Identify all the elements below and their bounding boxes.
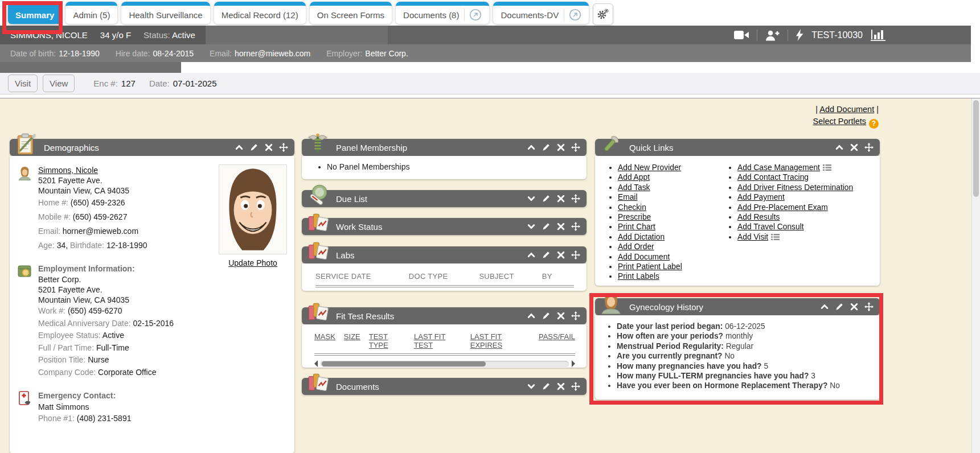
quick-link[interactable]: Print Patient Label (618, 262, 682, 271)
open-in-new-window-icon[interactable] (464, 9, 482, 21)
add-document-link[interactable]: Add Document (819, 105, 874, 114)
list-menu-icon[interactable] (823, 163, 831, 170)
move-icon[interactable] (571, 311, 580, 320)
quick-link[interactable]: Add New Provider (618, 163, 681, 172)
scrollbar-track[interactable] (321, 361, 569, 367)
tab-on-screen-forms[interactable]: On Screen Forms (310, 2, 392, 24)
close-icon[interactable] (556, 222, 565, 231)
close-icon[interactable] (556, 311, 565, 320)
add-person-icon[interactable] (765, 30, 780, 41)
close-icon[interactable] (850, 302, 859, 311)
close-icon[interactable] (264, 143, 273, 152)
fit-col-test-type[interactable]: TEST TYPE (369, 332, 405, 349)
caduceus-icon (306, 132, 330, 156)
full-part-time: Full / Part Time: Full-Time (38, 342, 294, 355)
close-icon[interactable] (850, 143, 859, 152)
expand-icon[interactable] (527, 382, 536, 391)
move-icon[interactable] (571, 250, 580, 260)
company-code: Company Code: Corporate Office (38, 366, 294, 379)
move-icon[interactable] (864, 143, 874, 152)
move-icon[interactable] (864, 302, 874, 311)
edit-icon[interactable] (542, 143, 551, 152)
quick-link[interactable]: Add Results (737, 213, 780, 221)
edit-icon[interactable] (835, 302, 844, 311)
quick-link[interactable]: Add Task (618, 183, 650, 192)
portlet-panel-membership: Panel Membership No Panel Memberships (302, 139, 587, 179)
vertical-scrollbar-thumb[interactable] (973, 100, 979, 197)
enc-date-value: 07-01-2025 (173, 79, 217, 88)
quick-link[interactable]: Add Document (618, 253, 670, 261)
fit-test-body: MASK SIZE TEST TYPE LAST FIT TEST LAST F… (302, 324, 587, 368)
tab-documents-dv[interactable]: Documents-DV (493, 2, 589, 24)
tab-medical-record[interactable]: Medical Record (12) (214, 2, 306, 24)
tab-health-surveillance[interactable]: Health Surveillance (121, 2, 210, 24)
divider (757, 30, 757, 41)
vertical-scrollbar[interactable] (971, 98, 980, 453)
close-icon[interactable] (556, 194, 565, 203)
collapse-icon[interactable] (527, 311, 536, 320)
expand-icon[interactable] (527, 194, 536, 203)
quick-link[interactable]: Add Order (618, 242, 654, 251)
edit-icon[interactable] (542, 250, 551, 260)
fit-col-last-fit-expires[interactable]: LAST FIT EXPIRES (470, 332, 530, 349)
expand-icon[interactable] (527, 222, 536, 231)
help-icon[interactable]: ? (869, 119, 879, 129)
move-icon[interactable] (571, 143, 580, 152)
close-icon[interactable] (556, 250, 565, 260)
fit-col-mask[interactable]: MASK (314, 332, 335, 349)
fit-col-size[interactable]: SIZE (344, 332, 360, 349)
update-photo-link[interactable]: Update Photo (228, 258, 277, 267)
close-icon[interactable] (556, 382, 565, 391)
visit-button[interactable]: Visit (8, 75, 38, 92)
edit-icon[interactable] (542, 382, 551, 391)
tab-summary[interactable]: Summary (8, 2, 61, 24)
edit-icon[interactable] (542, 194, 551, 203)
move-icon[interactable] (571, 382, 580, 391)
edit-icon[interactable] (542, 311, 551, 320)
quick-link[interactable]: Print Labels (618, 272, 659, 281)
quick-link[interactable]: Add Pre-Placement Exam (737, 203, 828, 212)
collapse-icon[interactable] (820, 302, 829, 311)
tab-settings-button[interactable] (593, 3, 613, 25)
select-portlets-link[interactable]: Select Portlets (813, 117, 867, 126)
list-menu-icon[interactable] (771, 233, 780, 239)
edit-icon[interactable] (542, 222, 551, 231)
quick-link[interactable]: Add Case Management (737, 163, 820, 172)
close-icon[interactable] (556, 143, 565, 152)
quick-link[interactable]: Add Driver Fitness Determination (737, 183, 853, 192)
scrollbar-thumb[interactable] (322, 361, 486, 366)
edit-icon[interactable] (249, 143, 259, 152)
collapse-icon[interactable] (527, 143, 536, 152)
quick-link[interactable]: Add Visit (737, 233, 768, 241)
quick-action-bolt-icon[interactable] (796, 29, 803, 41)
portlet-labs: Labs SERVICE DATE DOC TYPE SUBJECT BY (302, 246, 587, 291)
flowsheet-chart-icon[interactable] (871, 30, 885, 41)
quick-link[interactable]: Add Appt (618, 173, 650, 182)
patient-name-segment: SIMMONS, NICOLE 34 y/o F Status: Active (0, 26, 206, 44)
medical-anniversary: Medical Anniversary Date: 02-15-2016 (38, 318, 294, 330)
quick-link[interactable]: Checkin (618, 203, 646, 212)
move-icon[interactable] (279, 143, 288, 152)
tab-documents[interactable]: Documents (8) (396, 2, 489, 24)
scroll-left-arrow[interactable] (314, 360, 318, 367)
quick-link[interactable]: Email (618, 193, 638, 201)
quick-link[interactable]: Prescribe (618, 213, 651, 221)
open-in-new-window-icon[interactable] (564, 9, 581, 21)
collapse-icon[interactable] (527, 250, 536, 260)
quick-link[interactable]: Print Chart (618, 223, 655, 231)
quick-link[interactable]: Add Travel Consult (737, 223, 804, 231)
view-button[interactable]: View (43, 75, 75, 92)
fit-col-last-fit-test[interactable]: LAST FIT TEST (414, 332, 462, 349)
quick-link[interactable]: Add Contact Tracing (737, 173, 809, 182)
patient-chart-link[interactable]: Simmons, Nicole (38, 166, 98, 175)
fit-col-pass-fail[interactable]: PASS/FAIL (539, 332, 575, 349)
video-call-icon[interactable] (734, 30, 749, 40)
quick-link[interactable]: Add Dictation (618, 233, 665, 241)
move-icon[interactable] (571, 222, 580, 231)
scroll-right-arrow[interactable] (572, 360, 575, 367)
tab-admin[interactable]: Admin (5) (65, 2, 117, 24)
quick-link[interactable]: Add Payment (737, 193, 785, 201)
collapse-icon[interactable] (835, 143, 844, 152)
collapse-icon[interactable] (235, 143, 244, 152)
move-icon[interactable] (571, 194, 580, 203)
